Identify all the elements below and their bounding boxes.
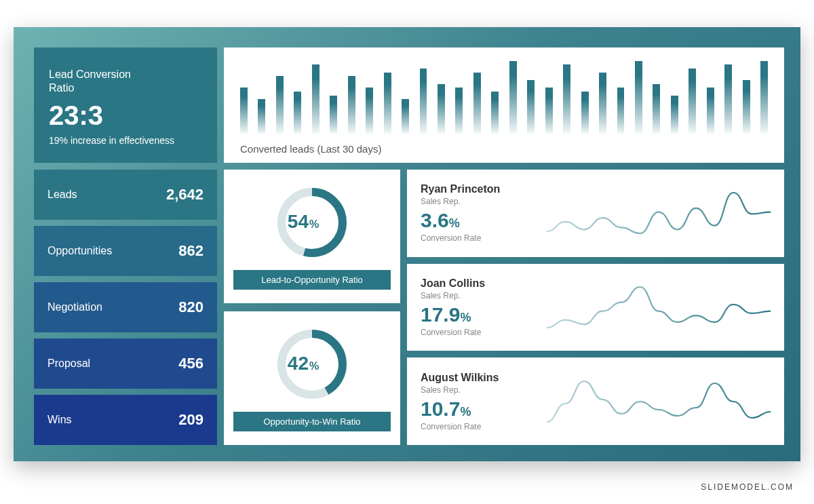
rep-info: Ryan PrincetonSales Rep.3.6%Conversion R… [421, 183, 536, 243]
funnel-value: 209 [178, 411, 204, 429]
bar [707, 88, 714, 134]
funnel-value: 456 [178, 355, 204, 372]
bar [384, 73, 391, 134]
donut-label: Lead-to-Opportunity Ratio [233, 270, 391, 290]
rep-name: Ryan Princeton [421, 183, 536, 195]
bar [635, 61, 642, 134]
funnel-row-proposal: Proposal456 [34, 338, 217, 389]
bar [491, 92, 499, 134]
bar [473, 73, 481, 134]
bar [743, 80, 750, 134]
svg-text:54: 54 [288, 211, 309, 232]
funnel-value: 862 [178, 242, 204, 260]
funnel-row-opportunities: Opportunities862 [34, 226, 217, 276]
funnel-name: Negotiation [47, 301, 102, 313]
card-lead-conversion-ratio: Lead ConversionRatio 23:3 19% increase i… [34, 47, 217, 163]
bar [240, 88, 248, 134]
rep-sub: Conversion Rate [421, 422, 536, 431]
bars-chart [240, 57, 768, 134]
funnel-name: Leads [47, 189, 77, 201]
rep-rate: 17.9% [421, 303, 536, 326]
funnel-row-leads: Leads2,642 [34, 170, 217, 220]
svg-text:42: 42 [288, 353, 309, 374]
sparkline-chart [547, 378, 771, 425]
rep-sub: Conversion Rate [421, 328, 536, 337]
rep-role: Sales Rep. [421, 197, 536, 206]
bar [563, 64, 570, 134]
bar [420, 69, 427, 134]
bar [527, 80, 535, 134]
card-rep-ryan-princeton: Ryan PrincetonSales Rep.3.6%Conversion R… [407, 170, 784, 257]
rep-rate: 10.7% [421, 398, 536, 421]
bar [509, 61, 517, 134]
donut-label: Opportunity-to-Win Ratio [233, 412, 391, 431]
bar [258, 99, 265, 134]
bar [653, 84, 660, 134]
bar [366, 88, 373, 134]
rep-info: Joan CollinsSales Rep.17.9%Conversion Ra… [421, 277, 536, 337]
funnel-name: Wins [47, 414, 72, 426]
ratio-value: 23:3 [49, 100, 202, 131]
card-rep-joan-collins: Joan CollinsSales Rep.17.9%Conversion Ra… [407, 264, 784, 351]
rep-info: August WilkinsSales Rep.10.7%Conversion … [421, 372, 536, 431]
svg-text:%: % [309, 218, 319, 230]
sparkline-chart [547, 189, 771, 237]
rep-role: Sales Rep. [421, 385, 536, 395]
card-rep-august-wilkins: August WilkinsSales Rep.10.7%Conversion … [407, 357, 784, 445]
bar [455, 88, 463, 134]
bar [545, 88, 553, 134]
funnel-name: Opportunities [47, 245, 112, 257]
funnel-column: Leads2,642Opportunities862Negotiation820… [34, 170, 217, 445]
funnel-row-negotiation: Negotiation820 [34, 282, 217, 332]
rep-sub: Conversion Rate [421, 233, 536, 243]
funnel-name: Proposal [47, 357, 90, 370]
bar [599, 73, 606, 134]
bar [724, 64, 732, 134]
funnel-row-wins: Wins209 [34, 395, 217, 445]
rep-name: Joan Collins [421, 277, 536, 290]
bar [617, 88, 625, 134]
card-donut-1: 42%Opportunity-to-Win Ratio [224, 311, 400, 445]
dashboard-frame: Lead ConversionRatio 23:3 19% increase i… [14, 27, 800, 461]
bar [312, 64, 319, 134]
bar [348, 76, 355, 134]
ratio-sub: 19% increase in effectiveness [49, 135, 202, 146]
donut-chart-icon: 54% [271, 182, 353, 263]
bar [671, 96, 678, 134]
card-converted-leads-bars: Converted leads (Last 30 days) [224, 47, 784, 163]
rep-rate: 3.6% [421, 209, 536, 232]
bar [276, 76, 284, 134]
rep-role: Sales Rep. [421, 291, 536, 301]
bar [581, 92, 589, 134]
bar [294, 92, 301, 134]
sales-reps-column: Ryan PrincetonSales Rep.3.6%Conversion R… [407, 170, 784, 445]
rep-name: August Wilkins [421, 372, 536, 384]
bars-label: Converted leads (Last 30 days) [240, 143, 768, 155]
donut-column: 54%Lead-to-Opportunity Ratio42%Opportuni… [224, 170, 400, 445]
bar [402, 99, 409, 134]
card-donut-0: 54%Lead-to-Opportunity Ratio [224, 170, 400, 303]
bar [689, 69, 696, 134]
svg-text:%: % [309, 360, 319, 372]
funnel-value: 2,642 [166, 186, 204, 203]
sparkline-chart [547, 284, 771, 331]
attribution-text: SLIDEMODEL.COM [701, 482, 794, 492]
bar [330, 96, 337, 134]
bar [438, 84, 445, 134]
bar [760, 61, 768, 134]
funnel-value: 820 [178, 298, 204, 316]
donut-chart-icon: 42% [271, 324, 353, 405]
ratio-label: Lead ConversionRatio [49, 68, 202, 95]
dashboard-grid: Lead ConversionRatio 23:3 19% increase i… [34, 47, 780, 445]
